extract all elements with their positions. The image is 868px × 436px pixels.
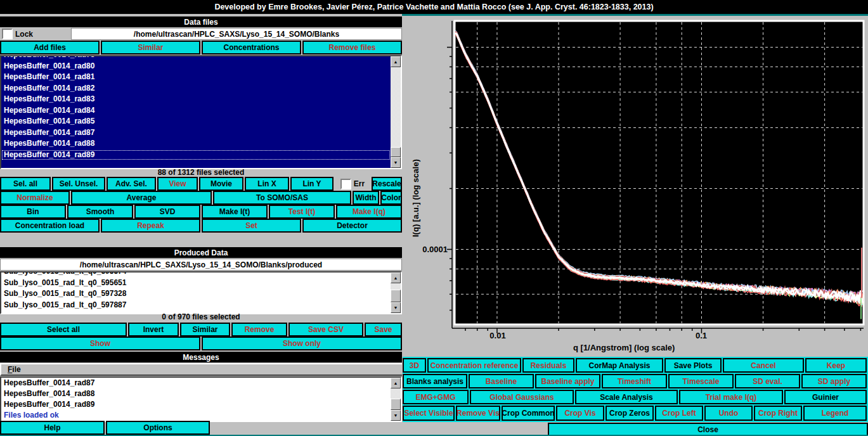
button-help[interactable]: Help (0, 421, 105, 435)
button-emg-gmg[interactable]: EMG+GMG (403, 390, 469, 404)
scroll-up-icon[interactable]: ▲ (391, 272, 401, 283)
button-crop-right[interactable]: Crop Right (754, 406, 802, 421)
list-item[interactable]: HepesBuffer_0014_rad82 (1, 83, 391, 94)
button-crop-vis[interactable]: Crop Vis (556, 406, 604, 421)
button-select-visible[interactable]: Select Visible (403, 406, 455, 421)
button-width[interactable]: Width (353, 191, 379, 205)
button-residuals[interactable]: Residuals (522, 358, 574, 373)
scroll-track[interactable] (391, 283, 401, 302)
button-to-somo-sas[interactable]: To SOMO/SAS (213, 191, 351, 205)
button-select-all[interactable]: Select all (0, 323, 127, 337)
scroll-thumb[interactable] (391, 399, 401, 410)
button-svd[interactable]: SVD (134, 205, 200, 219)
button-make-i-q[interactable]: Make I(q) (336, 205, 402, 219)
saxs-plot[interactable] (402, 14, 868, 356)
messages-list[interactable]: HepesBuffer_0014_rad87HepesBuffer_0014_r… (0, 376, 402, 422)
button-color[interactable]: Color (380, 191, 402, 205)
button-sd-eval[interactable]: SD eval. (735, 374, 800, 388)
button-save-plots[interactable]: Save Plots (664, 358, 722, 373)
close-button[interactable]: Close (548, 423, 868, 436)
list-item[interactable]: HepesBuffer_0014_rad84 (1, 105, 391, 117)
button-remove-vis[interactable]: Remove Vis (456, 406, 500, 421)
button-undo[interactable]: Undo (704, 406, 753, 421)
button-guinier[interactable]: Guinier (784, 390, 867, 404)
button-show-only[interactable]: Show only (202, 337, 402, 350)
scroll-down-icon[interactable]: ▼ (391, 157, 401, 168)
list-item[interactable]: Sub_lyso_0015_rad_lt_q0_597328 (1, 288, 391, 300)
button-rescale[interactable]: Rescale (372, 177, 402, 191)
button-bin[interactable]: Bin (0, 205, 66, 219)
list-item[interactable]: HepesBuffer_0014_rad89 (1, 150, 391, 161)
list-item[interactable]: HepesBuffer_0014_rad75 (1, 55, 391, 61)
button-keep[interactable]: Keep (805, 358, 867, 373)
button-cormap-analysis[interactable]: CorMap Analysis (576, 358, 663, 373)
button-baseline-apply[interactable]: Baseline apply (535, 374, 600, 388)
button-repeak[interactable]: Repeak (101, 219, 200, 233)
button-average[interactable]: Average (71, 191, 212, 205)
button-save[interactable]: Save (365, 323, 402, 337)
button-adv-sel[interactable]: Adv. Sel. (107, 177, 156, 191)
list-item[interactable]: HepesBuffer_0014_rad80 (1, 61, 391, 72)
list-item[interactable]: HepesBuffer_0014_rad85 (1, 116, 391, 127)
button-smooth[interactable]: Smooth (67, 205, 133, 219)
button-options[interactable]: Options (106, 421, 210, 435)
button-remove[interactable]: Remove (231, 323, 287, 337)
button-view[interactable]: View (157, 177, 198, 191)
list-item[interactable]: Sub_lyso_0015_rad_lt_q0_595651 (1, 278, 391, 289)
button-show[interactable]: Show (0, 337, 200, 350)
scroll-thumb[interactable] (391, 290, 401, 302)
button-legend[interactable]: Legend (803, 406, 867, 421)
button-crop-left[interactable]: Crop Left (655, 406, 703, 421)
button-trial-make-i-q[interactable]: Trial make I(q) (679, 390, 783, 404)
button-sel-all[interactable]: Sel. all (0, 177, 51, 191)
button-concentration-load[interactable]: Concentration load (0, 219, 100, 233)
button-cancel[interactable]: Cancel (723, 358, 804, 373)
button-baseline[interactable]: Baseline (469, 374, 534, 388)
list-item[interactable]: Sub_lyso_0015_rad_lt_q0_595574 (1, 271, 391, 278)
button-crop-zeros[interactable]: Crop Zeros (606, 406, 654, 421)
messages-scrollbar[interactable]: ▲ ▼ (391, 378, 401, 421)
produced-data-list[interactable]: Sub_lyso_0015_rad_lt_q0_595574Sub_lyso_0… (0, 271, 402, 314)
button-crop-common[interactable]: Crop Common (502, 406, 555, 421)
button-lin-x[interactable]: Lin X (245, 177, 289, 191)
list-item[interactable]: HepesBuffer_0014_rad87 (1, 127, 391, 139)
data-files-scrollbar[interactable]: ▲ ▼ (391, 56, 401, 168)
scroll-track[interactable] (391, 388, 401, 410)
button-add-files[interactable]: Add files (0, 41, 100, 54)
button-detector[interactable]: Detector (302, 219, 402, 233)
button-3d[interactable]: 3D (403, 358, 426, 373)
list-item[interactable]: HepesBuffer_0014_rad88 (1, 138, 391, 150)
button-set[interactable]: Set (202, 219, 301, 233)
scroll-down-icon[interactable]: ▼ (391, 410, 401, 421)
button-concentrations[interactable]: Concentrations (202, 41, 301, 54)
button-make-i-t[interactable]: Make I(t) (202, 205, 268, 219)
button-similar[interactable]: Similar (101, 41, 200, 54)
scroll-up-icon[interactable]: ▲ (391, 56, 401, 67)
button-lin-y[interactable]: Lin Y (290, 177, 334, 191)
button-sd-apply[interactable]: SD apply (801, 374, 867, 388)
scroll-down-icon[interactable]: ▼ (391, 302, 401, 313)
err-checkbox[interactable] (340, 179, 351, 189)
button-scale-analysis[interactable]: Scale Analysis (575, 390, 678, 404)
button-similar[interactable]: Similar (180, 323, 230, 337)
produced-scrollbar[interactable]: ▲ ▼ (391, 272, 401, 313)
button-timeshift[interactable]: Timeshift (602, 374, 667, 388)
button-test-i-t[interactable]: Test I(t) (269, 205, 335, 219)
scroll-up-icon[interactable]: ▲ (391, 378, 401, 388)
scroll-track[interactable] (391, 67, 401, 157)
list-item[interactable]: HepesBuffer_0014_rad83 (1, 94, 391, 105)
lock-checkbox[interactable] (2, 29, 13, 39)
button-save-csv[interactable]: Save CSV (288, 323, 363, 337)
button-remove-files[interactable]: Remove files (302, 41, 402, 54)
button-concentration-reference[interactable]: Concentration reference (427, 358, 521, 373)
scroll-thumb[interactable] (391, 147, 401, 157)
list-item[interactable]: Sub_lyso_0015_rad_lt_q0_597887 (1, 300, 391, 311)
file-menu[interactable]: File (8, 365, 21, 374)
button-sel-unsel[interactable]: Sel. Unsel. (52, 177, 105, 191)
button-movie[interactable]: Movie (199, 177, 243, 191)
button-blanks-analysis[interactable]: Blanks analysis (403, 374, 467, 388)
data-files-list[interactable]: HepesBuffer_0014_rad75HepesBuffer_0014_r… (0, 55, 402, 169)
list-item[interactable]: HepesBuffer_0014_rad81 (1, 72, 391, 83)
button-timescale[interactable]: Timescale (668, 374, 734, 388)
button-normalize[interactable]: Normalize (0, 191, 70, 205)
